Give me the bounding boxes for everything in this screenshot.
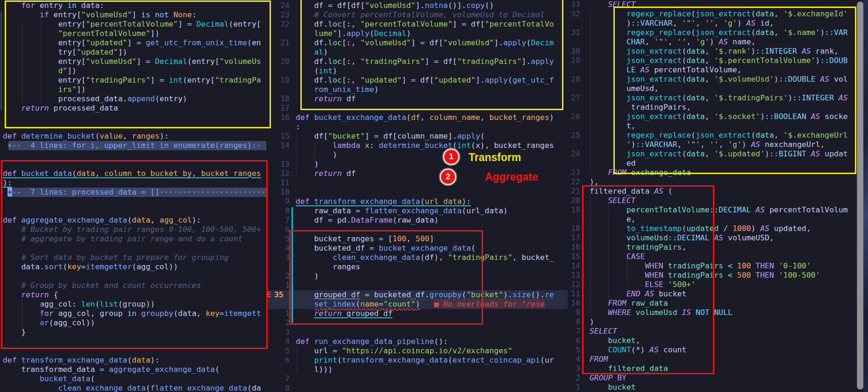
code-line[interactable]: CHAR, '"', '', 'g') AS name, <box>590 37 755 47</box>
annotation-marker-2: 2 <box>441 170 455 184</box>
line-number: 8 <box>560 317 580 327</box>
code-line[interactable]: ed <box>590 159 636 168</box>
code-line[interactable]: tradingPairs, <box>590 243 686 252</box>
line-number: 6 <box>560 336 580 345</box>
line-number: 25 <box>560 131 580 140</box>
line-number: 30 <box>560 47 580 56</box>
code-line[interactable]: WHERE volumeUsd IS NOT NULL <box>590 308 733 317</box>
code-line[interactable]: json_extract(data, '$.tradingPairs')::IN… <box>590 93 848 103</box>
code-line[interactable]: e, <box>590 215 636 224</box>
line-number: 7 <box>560 327 580 336</box>
code-line[interactable]: ) <box>590 317 594 327</box>
line-number: 26 <box>560 112 580 121</box>
indent-guide <box>627 258 627 286</box>
code-line[interactable]: WHEN tradingPairs < 500 THEN '100-500' <box>590 271 820 280</box>
line-number: 28 <box>560 75 580 84</box>
indent-guide <box>590 192 591 314</box>
line-number: 11 <box>560 289 580 299</box>
line-number: 17 <box>560 233 580 243</box>
code-line[interactable]: FROM exchange_data <box>590 168 691 177</box>
indent-guide <box>590 9 591 174</box>
code-line[interactable]: json_extract(data, '$.volumeUsd')::DOUBL… <box>590 75 848 84</box>
code-line[interactable]: json_extract(data, '$.socket')::BOOLEAN … <box>590 112 848 121</box>
code-line[interactable]: bucket <box>590 383 636 392</box>
line-number: 13 <box>560 271 580 280</box>
line-number: 23 <box>560 168 580 177</box>
code-line[interactable]: COUNT(*) AS count <box>590 345 686 355</box>
code-line[interactable]: json_extract(data, '$.percentTotalVolume… <box>590 56 848 65</box>
line-number: 14 <box>560 261 580 271</box>
line-number: 29 <box>560 56 580 65</box>
line-number: 10 <box>560 299 580 308</box>
code-line[interactable]: umeUsd, <box>590 84 659 93</box>
indent-guide <box>608 202 609 304</box>
code-line[interactable]: tradingPairs, <box>590 103 691 112</box>
code-line[interactable]: percentTotalVolume::DECIMAL AS percentTo… <box>590 205 848 215</box>
code-line[interactable]: ELSE '500+' <box>590 280 696 289</box>
line-number: 12 <box>560 280 580 289</box>
line-number: 27 <box>560 93 580 103</box>
code-line[interactable]: volumeUsd::DECIMAL AS volumeUSD, <box>590 233 774 243</box>
line-number: 18 <box>560 224 580 233</box>
code-line[interactable]: FROM raw_data <box>590 299 668 308</box>
pane-right: 33 SELECT32 regexp_replace(json_extract(… <box>0 0 868 392</box>
line-number: 9 <box>560 308 580 317</box>
annotation-label-aggregate: Aggregate <box>485 171 538 183</box>
code-line[interactable]: )::VARCHAR, '"', '', 'g') AS id, <box>590 19 774 28</box>
annotation-label-transform: Transform <box>469 151 521 164</box>
line-number: 5 <box>560 345 580 355</box>
code-line[interactable]: WHEN tradingPairs < 100 THEN '0-100' <box>590 261 811 271</box>
code-line[interactable]: GROUP BY <box>590 373 626 383</box>
line-number: 32 <box>560 9 580 19</box>
code-line[interactable]: LE AS percentTotalVolume, <box>590 65 742 75</box>
line-number: 22 <box>560 177 580 187</box>
code-line[interactable]: ), <box>590 177 599 187</box>
code-line[interactable]: to_timestamp(updated / 1000) AS updated, <box>590 224 811 233</box>
code-line[interactable]: SELECT <box>590 196 636 205</box>
code-line[interactable]: SELECT <box>590 327 617 336</box>
code-line[interactable]: filtered_data AS ( <box>590 187 673 196</box>
line-number: 2 <box>560 373 580 383</box>
code-line[interactable]: t, <box>590 121 636 131</box>
line-number: 19 <box>560 205 580 215</box>
annotation-marker-1: 1 <box>444 150 458 164</box>
line-number: 4 <box>560 355 580 364</box>
editor-window: for entry in data: if entry["volumeUsd"]… <box>0 0 868 392</box>
code-line[interactable]: END AS bucket <box>590 289 686 299</box>
line-number: 1 <box>560 383 580 392</box>
line-number: 15 <box>560 252 580 261</box>
line-number: 20 <box>560 196 580 205</box>
line-number: 21 <box>560 187 580 196</box>
line-number: 33 <box>560 0 580 9</box>
code-line[interactable]: ')::VARCHAR, '"', '', 'g') AS nexchangeU… <box>590 140 825 149</box>
code-line[interactable]: CASE <box>590 252 645 261</box>
code-line[interactable]: bucket, <box>590 336 640 345</box>
code-line[interactable]: json_extract(data, '$.updated')::BIGINT … <box>590 149 848 159</box>
line-number: 3 <box>560 364 580 373</box>
line-number: 16 <box>560 243 580 252</box>
code-line[interactable]: regexp_replace(json_extract(data, '$.exc… <box>590 131 848 140</box>
code-line[interactable]: FROM <box>590 355 608 364</box>
code-line[interactable]: json_extract(data, '$.rank')::INTEGER AS… <box>590 47 839 56</box>
line-number: 24 <box>560 149 580 159</box>
code-line[interactable]: regexp_replace(json_extract(data, '$.exc… <box>590 9 848 19</box>
code-line[interactable]: filtered_data <box>590 364 668 373</box>
code-line[interactable]: regexp_replace(json_extract(data, '$.nam… <box>590 28 848 37</box>
code-line[interactable]: SELECT <box>590 0 636 9</box>
line-number: 31 <box>560 28 580 37</box>
